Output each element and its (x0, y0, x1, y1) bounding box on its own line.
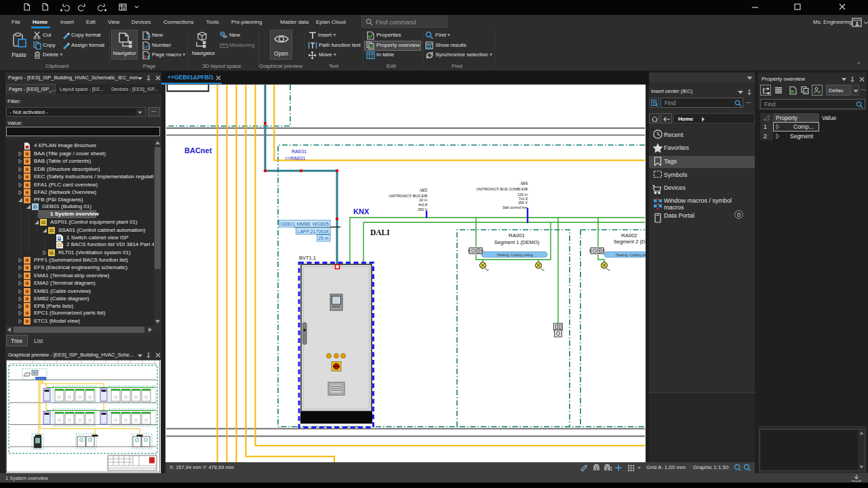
svg-text:UNITRONIC® BUS EIB: UNITRONIC® BUS EIB (389, 194, 427, 198)
svg-text:DALI: DALI (370, 228, 390, 237)
svg-text:Segment 2 (DEMO): Segment 2 (DEMO) (614, 239, 646, 245)
svg-text:-W4: -W4 (519, 181, 528, 186)
svg-text:UNITRONIC® BUS COMBI EIB: UNITRONIC® BUS COMBI EIB (476, 187, 528, 191)
svg-text:250 V: 250 V (518, 201, 528, 205)
svg-text:RA001: RA001 (509, 232, 525, 239)
svg-text:BVT1.1: BVT1.1 (299, 255, 316, 261)
svg-text:LAPP.2170634: LAPP.2170634 (298, 229, 329, 234)
svg-text:GEB01 MMBE WGB05: GEB01 MMBE WGB05 (280, 222, 329, 226)
svg-text:250 V: 250 V (418, 207, 427, 211)
svg-text:RA002: RA002 (621, 232, 637, 239)
svg-text:123: 123 (144, 45, 151, 49)
svg-text:4x0,8: 4x0,8 (418, 203, 427, 207)
svg-text:BACnet: BACnet (184, 146, 212, 155)
svg-text:Heating- Cooling ceiling: Heating- Cooling ceiling (497, 253, 533, 257)
svg-text:10 m: 10 m (419, 198, 427, 202)
svg-text:KNX: KNX (353, 207, 370, 216)
svg-text:RAE01: RAE01 (292, 149, 307, 154)
svg-text:==RAE01: ==RAE01 (285, 156, 305, 161)
svg-text:Heating- Cooling ce: Heating- Cooling ce (616, 253, 646, 257)
svg-text:Dali control line: Dali control line (502, 205, 528, 209)
svg-text:25 m: 25 m (318, 236, 329, 241)
svg-text:Segment 1 (DEMO): Segment 1 (DEMO) (494, 239, 540, 245)
svg-text:-W2: -W2 (419, 188, 427, 192)
